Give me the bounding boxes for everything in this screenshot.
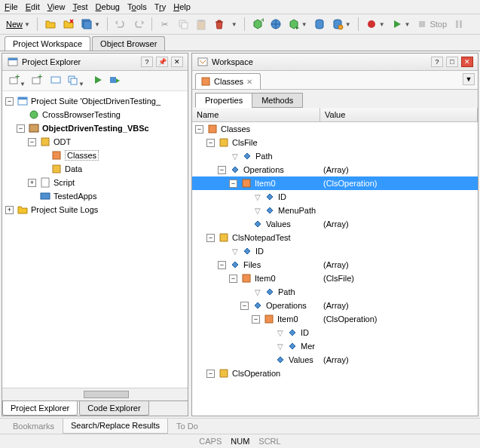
tree-expander[interactable]: − bbox=[229, 180, 237, 188]
tabs-dropdown-icon[interactable]: ▼ bbox=[463, 73, 475, 85]
help-icon[interactable]: ? bbox=[141, 57, 153, 67]
close-tab-icon[interactable]: ✕ bbox=[246, 78, 252, 86]
tree-expander[interactable]: − bbox=[229, 275, 237, 283]
row-path[interactable]: Path bbox=[255, 152, 273, 161]
tree-item-tested[interactable]: TestedApps bbox=[54, 192, 96, 201]
row-mer[interactable]: Mer bbox=[301, 342, 315, 351]
close-panel-icon[interactable]: ✕ bbox=[461, 57, 473, 67]
tree-expander[interactable]: − bbox=[5, 97, 14, 106]
row-operations[interactable]: Operations bbox=[243, 165, 284, 174]
add-folder-icon[interactable]: + bbox=[29, 73, 43, 88]
delete-icon[interactable] bbox=[212, 17, 227, 32]
menu-try[interactable]: Try bbox=[154, 2, 166, 11]
tab-classes[interactable]: Classes ✕ bbox=[195, 73, 261, 89]
project-tree[interactable]: −Project Suite 'ObjectDrivenTesting_ Cro… bbox=[2, 91, 188, 388]
save-all-icon[interactable]: ▼ bbox=[79, 17, 102, 32]
tab-code-explorer[interactable]: Code Explorer bbox=[79, 401, 148, 416]
tree-item-data[interactable]: Data bbox=[65, 164, 82, 173]
tree-item-script[interactable]: Script bbox=[54, 178, 75, 187]
menu-help[interactable]: Help bbox=[173, 2, 191, 11]
row-item0c[interactable]: Item0 bbox=[277, 315, 298, 324]
new-button[interactable]: New ▼ bbox=[5, 18, 32, 30]
menu-view[interactable]: View bbox=[47, 2, 66, 11]
tree-root[interactable]: Project Suite 'ObjectDrivenTesting_ bbox=[31, 97, 161, 106]
properties-grid[interactable]: −Classes −ClsFile ▽Path −Operations(Arra… bbox=[192, 122, 478, 416]
row-files[interactable]: Files bbox=[243, 260, 261, 269]
open-icon[interactable] bbox=[43, 17, 58, 32]
tree-item-odt[interactable]: ODT bbox=[54, 137, 71, 146]
tab-todo[interactable]: To Do bbox=[168, 419, 206, 434]
add-cube-icon[interactable]: + bbox=[250, 17, 265, 32]
undo-icon[interactable] bbox=[113, 17, 128, 32]
delete-dropdown[interactable]: ▼ bbox=[230, 20, 239, 29]
db-icon[interactable] bbox=[312, 17, 327, 32]
close-project-icon[interactable] bbox=[61, 17, 76, 32]
row-clsnotepad[interactable]: ClsNotepadTest bbox=[232, 233, 291, 242]
tree-expander[interactable]: − bbox=[218, 166, 226, 174]
db-gear-icon[interactable]: ▼ bbox=[330, 17, 353, 32]
tab-bookmarks[interactable]: Bookmarks bbox=[5, 419, 63, 434]
horizontal-scrollbar[interactable] bbox=[2, 388, 188, 400]
add-item-icon[interactable]: +▼ bbox=[7, 73, 26, 88]
menu-tools[interactable]: Tools bbox=[127, 2, 147, 11]
run-cube-icon[interactable]: ▼ bbox=[286, 17, 309, 32]
paste-icon[interactable] bbox=[194, 17, 209, 32]
tree-expander[interactable]: + bbox=[5, 206, 14, 214]
play2-icon[interactable] bbox=[91, 73, 105, 88]
row-item0[interactable]: Item0 bbox=[255, 179, 276, 188]
row-values[interactable]: Values bbox=[266, 219, 291, 229]
tab-methods[interactable]: Methods bbox=[252, 93, 303, 108]
copy-icon[interactable] bbox=[176, 17, 191, 32]
row-values2[interactable]: Values bbox=[289, 355, 313, 364]
row-item0b[interactable]: Item0 bbox=[255, 274, 276, 283]
tab-project-workspace[interactable]: Project Workspace bbox=[5, 36, 90, 51]
tree-expander[interactable]: − bbox=[218, 261, 226, 269]
copy2-icon[interactable]: ▼ bbox=[66, 73, 85, 88]
play3-icon[interactable] bbox=[108, 73, 121, 88]
record-icon[interactable]: ▼ bbox=[364, 17, 387, 32]
view-icon[interactable] bbox=[49, 73, 63, 88]
tree-expander[interactable]: − bbox=[28, 138, 36, 146]
row-operations2[interactable]: Operations bbox=[266, 301, 307, 310]
tree-expander[interactable]: − bbox=[252, 315, 260, 324]
redo-icon[interactable] bbox=[131, 17, 146, 32]
tree-item-logs[interactable]: Project Suite Logs bbox=[31, 205, 98, 214]
pin-icon[interactable]: 📌 bbox=[156, 57, 168, 67]
row-path2[interactable]: Path bbox=[278, 287, 295, 296]
tree-expander[interactable]: − bbox=[240, 302, 249, 310]
tree-expander[interactable]: − bbox=[206, 370, 215, 378]
close-panel-icon[interactable]: ✕ bbox=[171, 57, 183, 67]
tree-item-odt-vb[interactable]: ObjectDrivenTesting_VBSc bbox=[42, 124, 149, 133]
tree-expander[interactable]: + bbox=[28, 179, 36, 187]
maximize-icon[interactable]: □ bbox=[446, 57, 458, 67]
tree-expander[interactable]: − bbox=[17, 124, 25, 133]
tree-expander[interactable]: − bbox=[206, 234, 215, 242]
tab-object-browser[interactable]: Object Browser bbox=[92, 36, 165, 51]
row-classes[interactable]: Classes bbox=[221, 124, 250, 133]
menu-edit[interactable]: Edit bbox=[26, 2, 40, 11]
help-icon[interactable]: ? bbox=[431, 57, 443, 67]
row-clsfile[interactable]: ClsFile bbox=[232, 138, 258, 147]
row-id3[interactable]: ID bbox=[301, 328, 309, 337]
menu-test[interactable]: Test bbox=[72, 2, 87, 11]
play-icon[interactable]: ▼ bbox=[390, 17, 412, 32]
pause-icon[interactable] bbox=[451, 17, 466, 32]
tree-expander[interactable]: − bbox=[206, 139, 215, 147]
row-id[interactable]: ID bbox=[278, 192, 286, 201]
tree-expander[interactable]: − bbox=[195, 125, 203, 133]
row-id2[interactable]: ID bbox=[255, 247, 264, 256]
globe-icon[interactable] bbox=[268, 17, 283, 32]
menu-debug[interactable]: Debug bbox=[96, 2, 120, 11]
cut-icon[interactable]: ✂ bbox=[157, 17, 173, 32]
column-value[interactable]: Value bbox=[320, 108, 478, 121]
row-clsoperation[interactable]: ClsOperation bbox=[232, 369, 280, 378]
tree-item-classes[interactable]: Classes bbox=[65, 150, 99, 161]
menu-file[interactable]: File bbox=[5, 2, 18, 11]
tab-search-replace[interactable]: Search/Replace Results bbox=[63, 419, 168, 434]
tab-properties[interactable]: Properties bbox=[195, 93, 252, 108]
tab-project-explorer[interactable]: Project Explorer bbox=[2, 401, 78, 416]
stop-button[interactable]: Stop bbox=[414, 17, 448, 32]
row-menupath[interactable]: MenuPath bbox=[278, 206, 316, 215]
tree-item-cross[interactable]: CrossBrowserTesting bbox=[42, 110, 121, 119]
column-name[interactable]: Name bbox=[192, 108, 320, 121]
